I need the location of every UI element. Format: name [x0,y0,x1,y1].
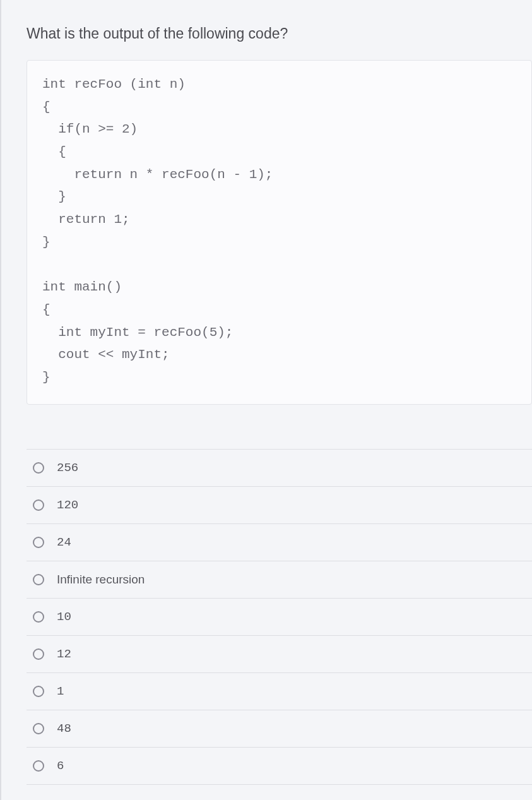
radio-icon [33,686,44,697]
option-row[interactable]: 12 [27,636,532,673]
option-label: 6 [57,759,64,773]
option-label: 48 [57,722,71,736]
option-label: 12 [57,647,71,661]
options-list: 256 120 24 Infinite recursion 10 12 1 4 [27,449,532,785]
option-row[interactable]: 120 [27,487,532,524]
radio-icon [33,462,44,474]
radio-icon [33,723,44,734]
question-prompt: What is the output of the following code… [27,25,532,42]
option-label: 10 [57,610,71,624]
option-row[interactable]: 10 [27,599,532,636]
radio-icon [33,574,44,585]
radio-icon [33,648,44,660]
radio-icon [33,499,44,511]
option-label: 24 [57,535,71,549]
code-block: int recFoo (int n) { if(n >= 2) { return… [27,60,532,405]
option-label: 256 [57,461,78,475]
option-row[interactable]: 24 [27,524,532,561]
option-row[interactable]: Infinite recursion [27,561,532,599]
radio-icon [33,611,44,623]
option-row[interactable]: 256 [27,449,532,487]
option-label: 120 [57,498,78,512]
option-row[interactable]: 6 [27,748,532,785]
option-label: 1 [57,684,64,698]
option-row[interactable]: 1 [27,673,532,710]
question-container: What is the output of the following code… [0,0,532,800]
option-row[interactable]: 48 [27,710,532,748]
radio-icon [33,760,44,772]
option-label: Infinite recursion [57,573,145,587]
radio-icon [33,537,44,548]
